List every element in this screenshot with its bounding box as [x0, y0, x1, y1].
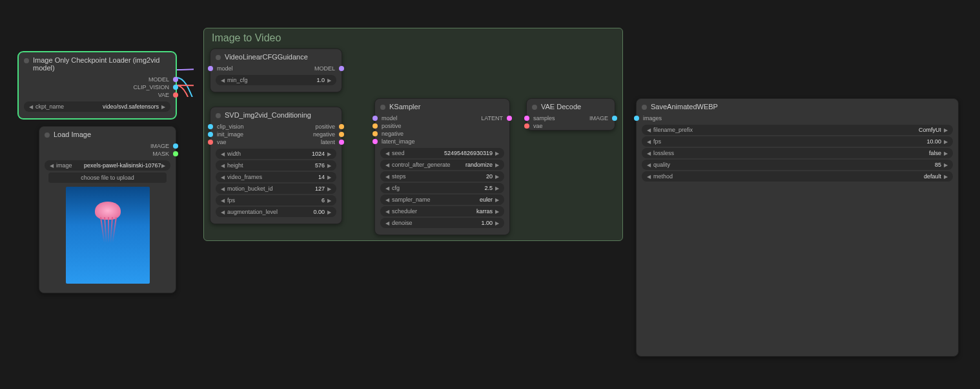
node-title: VideoLinearCFGGuidance [210, 49, 342, 65]
widget-steps[interactable]: ◀steps20▶ [380, 171, 504, 182]
port-negative-in[interactable] [373, 131, 378, 136]
arrow-right-icon[interactable]: ▶ [327, 174, 331, 180]
widget-quality[interactable]: ◀quality85▶ [642, 160, 953, 170]
widget-scheduler[interactable]: ◀schedulerkarras▶ [380, 206, 504, 216]
port-latent-out[interactable] [507, 116, 512, 121]
widget-ckpt-name[interactable]: ◀ ckpt_name video/svd.safetensors ▶ [24, 101, 170, 112]
port-latent-out[interactable] [339, 140, 344, 145]
port-model-out[interactable] [339, 66, 344, 71]
arrow-right-icon[interactable]: ▶ [495, 209, 499, 215]
port-clipvision-in[interactable] [208, 124, 213, 129]
widget-image[interactable]: ◀ image pexels-pawel-kalisinski-1076758 … [45, 160, 170, 171]
widget-fps[interactable]: ◀fps10.00▶ [642, 136, 953, 147]
port-vae-in[interactable] [524, 123, 529, 129]
output-label: MASK [151, 151, 170, 157]
arrow-right-icon[interactable]: ▶ [495, 151, 499, 156]
arrow-right-icon[interactable]: ▶ [327, 151, 331, 157]
arrow-right-icon[interactable]: ▶ [327, 198, 331, 204]
widget-min-cfg[interactable]: ◀ min_cfg 1.0 ▶ [216, 75, 336, 85]
node-ksampler[interactable]: KSampler modelLATENT positive negative l… [374, 98, 510, 235]
arrow-right-icon[interactable]: ▶ [495, 162, 499, 168]
widget-width[interactable]: ◀width1024▶ [216, 149, 336, 159]
arrow-right-icon[interactable]: ▶ [327, 209, 331, 215]
arrow-right-icon[interactable]: ▶ [495, 185, 499, 191]
arrow-right-icon[interactable]: ▶ [161, 104, 165, 110]
arrow-right-icon[interactable]: ▶ [495, 174, 499, 180]
widget-denoise[interactable]: ◀denoise1.00▶ [380, 218, 504, 228]
port-vae-out[interactable] [173, 92, 178, 98]
port-positive-in[interactable] [373, 123, 378, 129]
widget-lossless[interactable]: ◀losslessfalse▶ [642, 148, 953, 158]
group-title: Image to Video [204, 28, 622, 48]
node-cfg-guidance[interactable]: VideoLinearCFGGuidance model MODEL ◀ min… [210, 48, 342, 92]
port-images-in[interactable] [634, 116, 639, 121]
port-vae-in[interactable] [208, 140, 213, 145]
widget-cfg[interactable]: ◀cfg2.5▶ [380, 183, 504, 193]
port-negative-out[interactable] [339, 132, 344, 137]
port-samples-in[interactable] [524, 116, 529, 121]
widget-sampler-name[interactable]: ◀sampler_nameeuler▶ [380, 194, 504, 205]
port-latentimage-in[interactable] [373, 139, 378, 144]
arrow-right-icon[interactable]: ▶ [944, 151, 948, 156]
port-clipvision-out[interactable] [173, 85, 178, 90]
output-label: MODEL [313, 65, 336, 72]
node-vae-decode[interactable]: VAE Decode samplesIMAGE vae [526, 98, 615, 131]
widget-method[interactable]: ◀methoddefault▶ [642, 171, 953, 182]
widget-seed[interactable]: ◀seed524954826930319▶ [380, 148, 504, 158]
widget-motion-bucket-id[interactable]: ◀motion_bucket_id127▶ [216, 184, 336, 194]
port-image-out[interactable] [173, 143, 178, 149]
port-model-in[interactable] [208, 66, 213, 71]
port-initimage-in[interactable] [208, 132, 213, 137]
arrow-right-icon[interactable]: ▶ [327, 163, 331, 169]
node-title: SVD_img2vid_Conditioning [210, 107, 342, 123]
node-title: KSampler [375, 99, 509, 114]
widget-augmentation-level[interactable]: ◀augmentation_level0.00▶ [216, 207, 336, 217]
output-label: VAE [157, 92, 170, 98]
widget-height[interactable]: ◀height576▶ [216, 160, 336, 171]
port-image-out[interactable] [612, 116, 617, 121]
arrow-right-icon[interactable]: ▶ [944, 162, 948, 168]
output-label: IMAGE [149, 143, 170, 149]
node-checkpoint-loader[interactable]: Image Only Checkpoint Loader (img2vid mo… [18, 52, 176, 119]
arrow-right-icon[interactable]: ▶ [327, 186, 331, 192]
node-title: Load Image [39, 127, 176, 142]
node-load-image[interactable]: Load Image IMAGE MASK ◀ image pexels-paw… [39, 126, 176, 293]
image-preview [66, 187, 150, 284]
node-title: SaveAnimatedWEBP [637, 99, 958, 114]
port-model-out[interactable] [173, 77, 178, 82]
port-model-in[interactable] [373, 116, 378, 121]
widget-control-after-generate[interactable]: ◀control_after_generaterandomize▶ [380, 160, 504, 170]
node-title: VAE Decode [527, 99, 615, 114]
arrow-right-icon[interactable]: ▶ [944, 127, 948, 133]
node-save-webp[interactable]: SaveAnimatedWEBP images ◀filename_prefix… [636, 98, 959, 357]
port-positive-out[interactable] [339, 124, 344, 129]
node-title: Image Only Checkpoint Loader (img2vid mo… [19, 52, 176, 76]
arrow-right-icon[interactable]: ▶ [327, 78, 331, 83]
widget-filename-prefix[interactable]: ◀filename_prefixComfyUI▶ [642, 125, 953, 135]
arrow-right-icon[interactable]: ▶ [161, 163, 165, 169]
arrow-right-icon[interactable]: ▶ [944, 139, 948, 145]
arrow-right-icon[interactable]: ▶ [944, 174, 948, 180]
arrow-right-icon[interactable]: ▶ [495, 197, 499, 203]
port-mask-out[interactable] [173, 151, 178, 156]
output-label: MODEL [147, 76, 170, 83]
widget-fps[interactable]: ◀fps6▶ [216, 195, 336, 205]
widget-video-frames[interactable]: ◀video_frames14▶ [216, 172, 336, 182]
upload-button[interactable]: choose file to upload [48, 173, 167, 183]
input-label: model [216, 65, 234, 72]
arrow-right-icon[interactable]: ▶ [495, 220, 499, 226]
node-svd-conditioning[interactable]: SVD_img2vid_Conditioning clip_visionposi… [210, 107, 342, 224]
output-label: CLIP_VISION [132, 84, 170, 90]
